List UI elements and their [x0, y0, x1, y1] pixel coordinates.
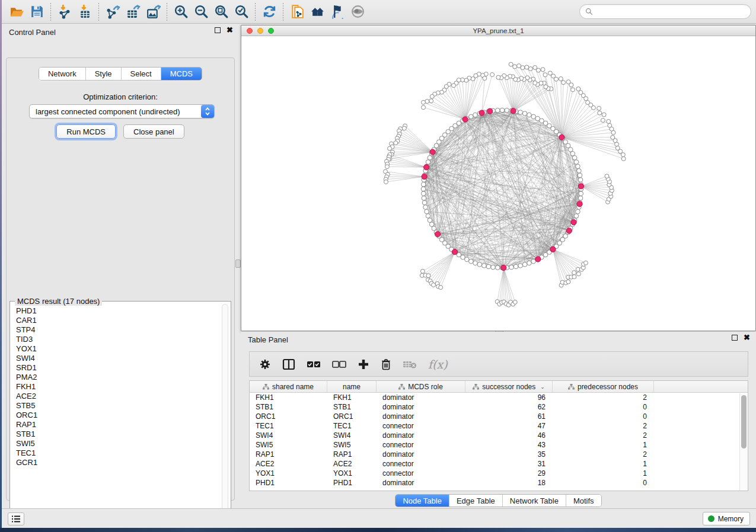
table-row[interactable]: PHD1PHD1dominator180	[250, 478, 739, 488]
network-node[interactable]	[439, 286, 443, 290]
network-node[interactable]	[527, 261, 532, 265]
network-node[interactable]	[495, 108, 500, 113]
save-button[interactable]	[27, 2, 47, 21]
table-row[interactable]: ORC1ORC1dominator610	[250, 412, 739, 421]
network-node[interactable]	[608, 123, 612, 127]
mcds-result-item[interactable]: TID3	[11, 335, 220, 344]
table-scrollbar-thumb[interactable]	[741, 395, 747, 448]
network-node[interactable]	[394, 141, 398, 145]
mcds-hub-node[interactable]	[435, 232, 440, 237]
close-panel-icon[interactable]: ✖	[227, 27, 233, 33]
network-node[interactable]	[422, 200, 427, 205]
network-node[interactable]	[548, 71, 552, 75]
table-row[interactable]: SWI5SWI5connector431	[250, 440, 739, 450]
network-node[interactable]	[535, 116, 540, 121]
network-node[interactable]	[598, 111, 602, 115]
table-row[interactable]: SWI4SWI4dominator462	[250, 431, 739, 440]
mcds-hub-node[interactable]	[479, 110, 484, 116]
network-node[interactable]	[422, 196, 426, 201]
network-node[interactable]	[429, 99, 433, 103]
network-node[interactable]	[496, 75, 500, 79]
network-node[interactable]	[469, 259, 474, 264]
network-node[interactable]	[425, 209, 429, 214]
network-node[interactable]	[571, 88, 575, 92]
network-node[interactable]	[428, 156, 432, 161]
zoom-fit-button[interactable]	[211, 2, 231, 21]
network-node[interactable]	[605, 174, 609, 178]
mcds-hub-node[interactable]	[578, 184, 583, 189]
deselect-all-button[interactable]	[332, 355, 346, 373]
mcds-result-list[interactable]: PHD1CAR1STP4TID3YOX1SWI4SRD1PMA2FKH1ACE2…	[11, 306, 220, 517]
import-network-button[interactable]	[55, 2, 75, 21]
column-header-predecessor-nodes[interactable]: predecessor nodes	[553, 381, 654, 392]
network-node[interactable]	[576, 209, 580, 214]
network-node[interactable]	[473, 261, 478, 265]
network-node[interactable]	[572, 275, 576, 279]
network-node[interactable]	[473, 113, 478, 117]
network-node[interactable]	[471, 77, 475, 81]
network-node[interactable]	[432, 283, 436, 287]
network-node[interactable]	[402, 126, 406, 130]
delete-table-button[interactable]	[403, 355, 417, 373]
network-node[interactable]	[428, 218, 432, 223]
mcds-hub-node[interactable]	[462, 117, 468, 122]
network-node[interactable]	[495, 265, 500, 270]
mcds-hub-node[interactable]	[430, 149, 435, 155]
network-node[interactable]	[482, 264, 487, 268]
network-node[interactable]	[566, 80, 570, 84]
network-node[interactable]	[420, 269, 425, 273]
mcds-result-item[interactable]: SWI5	[11, 439, 220, 448]
network-node[interactable]	[513, 65, 517, 69]
mcds-result-item[interactable]: STB5	[11, 401, 220, 411]
network-node[interactable]	[579, 191, 583, 196]
zoom-out-button[interactable]	[191, 2, 211, 21]
network-node[interactable]	[500, 108, 505, 113]
mcds-hub-node[interactable]	[577, 201, 582, 207]
network-node[interactable]	[578, 173, 582, 178]
network-node[interactable]	[584, 261, 588, 265]
network-node[interactable]	[531, 114, 536, 119]
mcds-result-item[interactable]: YOX1	[11, 344, 220, 354]
network-node[interactable]	[576, 164, 580, 169]
task-history-button[interactable]	[8, 512, 24, 525]
table-row[interactable]: RAP1RAP1dominator352	[250, 450, 739, 459]
add-column-button[interactable]	[358, 355, 369, 373]
network-node[interactable]	[522, 262, 527, 267]
mcds-result-item[interactable]: TEC1	[11, 448, 220, 458]
network-node[interactable]	[586, 100, 590, 104]
network-node[interactable]	[509, 265, 514, 270]
mcds-result-item[interactable]: CAR1	[11, 316, 220, 325]
mcds-hub-node[interactable]	[424, 165, 429, 170]
close-table-panel-icon[interactable]: ✖	[744, 335, 750, 341]
table-scrollbar[interactable]	[739, 393, 747, 491]
table-row[interactable]: YOX1YOX1connector291	[250, 469, 739, 478]
mcds-hub-node[interactable]	[511, 108, 516, 114]
network-node[interactable]	[611, 135, 615, 139]
network-node[interactable]	[421, 191, 426, 196]
network-node[interactable]	[513, 300, 517, 304]
network-node[interactable]	[513, 264, 518, 269]
refresh-button[interactable]	[259, 2, 279, 21]
network-node[interactable]	[423, 205, 428, 210]
float-table-panel-icon[interactable]	[732, 335, 738, 341]
column-header-shared-name[interactable]: shared name	[250, 381, 327, 392]
table-row[interactable]: ACE2ACE2connector311	[250, 459, 739, 469]
table-row[interactable]: TEC1TEC1connector472	[250, 421, 739, 431]
houses-button[interactable]	[307, 2, 327, 21]
tab-select[interactable]: Select	[122, 68, 161, 80]
table-tab-network-table[interactable]: Network Table	[503, 495, 566, 507]
select-all-button[interactable]	[307, 355, 321, 373]
memory-button[interactable]: Memory	[703, 512, 750, 525]
mcds-hub-node[interactable]	[571, 220, 576, 225]
network-node[interactable]	[574, 214, 579, 219]
network-node[interactable]	[421, 100, 425, 104]
network-node[interactable]	[384, 180, 388, 184]
network-node[interactable]	[465, 257, 470, 262]
window-zoom-icon[interactable]	[268, 28, 274, 34]
network-from-document-button[interactable]	[287, 2, 307, 21]
mcds-hub-node[interactable]	[535, 257, 541, 262]
network-node[interactable]	[562, 81, 566, 85]
network-node[interactable]	[621, 156, 626, 161]
network-node[interactable]	[602, 113, 606, 117]
zoom-selected-button[interactable]	[231, 2, 251, 21]
